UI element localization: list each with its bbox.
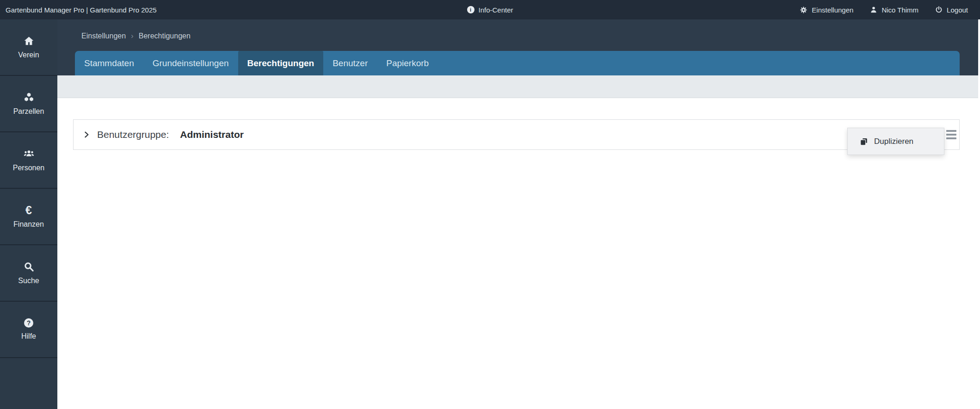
hamburger-icon — [946, 134, 956, 136]
hamburger-icon — [946, 130, 956, 132]
top-bar: Gartenbund Manager Pro | Gartenbund Pro … — [0, 0, 980, 19]
sidebar: Verein Parzellen — [0, 19, 57, 409]
settings-label: Einstellungen — [812, 6, 853, 14]
cubes-icon — [24, 92, 34, 103]
breadcrumb-item-berechtigungen[interactable]: Berechtigungen — [139, 32, 191, 40]
power-icon — [935, 6, 943, 13]
tab-stammdaten[interactable]: Stammdaten — [75, 51, 143, 75]
breadcrumb-item-einstellungen[interactable]: Einstellungen — [81, 32, 126, 40]
settings-link[interactable]: Einstellungen — [800, 6, 853, 14]
usergroup-panel: Benutzergruppe: Administrator — [73, 119, 960, 150]
sidebar-item-label: Verein — [18, 51, 39, 59]
tab-bar: Stammdaten Grundeinstellungen Berechtigu… — [75, 51, 960, 75]
main-content: Benutzergruppe: Administrator Dupliziere… — [57, 98, 980, 409]
usergroup-value: Administrator — [180, 129, 244, 140]
sidebar-item-label: Parzellen — [13, 107, 44, 116]
tab-berechtigungen[interactable]: Berechtigungen — [238, 51, 324, 75]
sidebar-item-hilfe[interactable]: ? Hilfe — [0, 302, 57, 358]
top-bar-right: Einstellungen Nico Thimm — [800, 0, 968, 19]
breadcrumb: Einstellungen › Berechtigungen — [81, 31, 191, 41]
question-circle-icon: ? — [24, 318, 33, 328]
sidebar-item-parzellen[interactable]: Parzellen — [0, 76, 57, 132]
tab-grundeinstellungen[interactable]: Grundeinstellungen — [143, 51, 238, 75]
user-icon — [870, 6, 877, 13]
sidebar-item-suche[interactable]: Suche — [0, 245, 57, 302]
gear-icon — [800, 6, 807, 14]
info-circle-icon: i — [467, 6, 474, 13]
sidebar-item-label: Finanzen — [13, 220, 44, 229]
breadcrumb-separator: › — [131, 31, 134, 41]
hamburger-icon — [946, 137, 956, 139]
menu-item-label: Duplizieren — [874, 137, 913, 146]
usergroup-panel-toggle[interactable]: Benutzergruppe: Administrator — [83, 129, 244, 140]
toolbar-band — [57, 75, 978, 98]
chevron-right-icon — [83, 130, 90, 139]
user-menu[interactable]: Nico Thimm — [870, 6, 918, 14]
home-icon — [24, 36, 34, 46]
user-name: Nico Thimm — [881, 6, 918, 14]
content-header: Einstellungen › Berechtigungen Stammdate… — [57, 19, 978, 75]
search-icon — [24, 261, 34, 272]
copy-icon — [860, 137, 868, 146]
info-center-label: Info-Center — [478, 6, 513, 14]
tab-papierkorb[interactable]: Papierkorb — [377, 51, 438, 75]
panel-menu-button[interactable] — [946, 129, 956, 140]
info-center-link[interactable]: i Info-Center — [467, 0, 513, 19]
logout-label: Logout — [947, 6, 968, 14]
panel-context-menu: Duplizieren — [847, 128, 944, 155]
sidebar-item-label: Suche — [18, 277, 39, 285]
sidebar-item-personen[interactable]: Personen — [0, 132, 57, 189]
sidebar-item-verein[interactable]: Verein — [0, 19, 57, 76]
tab-benutzer[interactable]: Benutzer — [323, 51, 377, 75]
users-icon — [24, 149, 34, 159]
usergroup-label: Benutzergruppe: — [97, 129, 169, 140]
euro-icon: € — [25, 205, 32, 216]
app-root: Gartenbund Manager Pro | Gartenbund Pro … — [0, 0, 980, 409]
app-title: Gartenbund Manager Pro | Gartenbund Pro … — [6, 0, 157, 19]
logout-link[interactable]: Logout — [935, 6, 968, 14]
sidebar-item-finanzen[interactable]: € Finanzen — [0, 189, 57, 245]
menu-item-duplizieren[interactable]: Duplizieren — [848, 128, 944, 155]
sidebar-item-label: Hilfe — [21, 332, 36, 341]
sidebar-item-label: Personen — [13, 164, 45, 172]
